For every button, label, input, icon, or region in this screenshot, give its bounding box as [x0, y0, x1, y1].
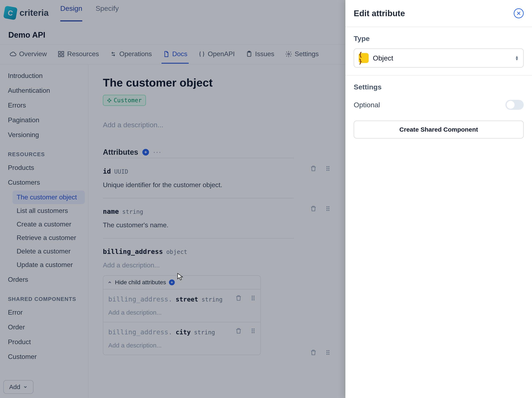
close-icon	[516, 11, 521, 16]
optional-toggle[interactable]	[505, 100, 524, 110]
optional-label: Optional	[354, 101, 380, 109]
type-value: Object	[373, 54, 511, 62]
object-icon: { }	[359, 53, 369, 63]
modal-overlay[interactable]	[0, 0, 345, 398]
create-shared-component-button[interactable]: Create Shared Component	[354, 121, 524, 139]
toggle-knob	[507, 101, 514, 109]
type-select[interactable]: { } Object ▲▼	[354, 48, 524, 68]
select-chevrons-icon: ▲▼	[515, 56, 519, 60]
type-label: Type	[354, 34, 524, 43]
edit-attribute-panel: Edit attribute Type { } Object ▲▼ Settin…	[345, 0, 532, 398]
settings-label: Settings	[354, 83, 524, 91]
close-button[interactable]	[514, 8, 524, 18]
panel-title: Edit attribute	[354, 9, 405, 18]
